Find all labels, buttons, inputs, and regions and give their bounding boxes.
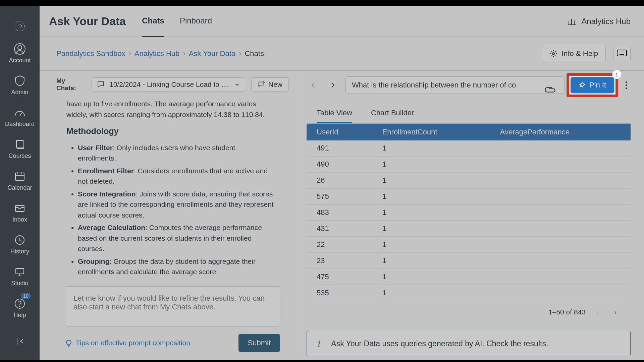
table-row[interactable]: 5351 xyxy=(307,285,631,301)
submit-button[interactable]: Submit xyxy=(238,334,280,352)
svg-rect-11 xyxy=(617,50,627,56)
chat-selector[interactable]: 10/2/2024 - Linking Course Load to Stud xyxy=(92,77,245,92)
pager-label: 1–50 of 843 xyxy=(548,308,586,316)
methodology-item: User Filter: Only includes users who hav… xyxy=(78,142,275,164)
crumb-link[interactable]: Ask Your Data xyxy=(189,49,235,58)
chat-panel: My Chats: 10/2/2024 - Linking Course Loa… xyxy=(40,71,297,360)
pin-it-button[interactable]: Pin It xyxy=(571,77,614,93)
tips-link[interactable]: Tips on effective prompt composition xyxy=(65,339,190,347)
methodology-item: Average Calculation: Computes the averag… xyxy=(78,222,275,254)
pin-it-wrapper: Pin It 1 xyxy=(571,77,614,93)
methodology-item: Sorting: Orders the result first by the … xyxy=(78,279,275,281)
bar-chart-icon xyxy=(567,16,577,26)
tab-pinboard[interactable]: Pinboard xyxy=(180,5,212,37)
table-row[interactable]: 4831 xyxy=(307,204,631,221)
crumb-current: Chats xyxy=(245,49,264,58)
svg-point-10 xyxy=(552,53,554,55)
pager-next[interactable]: › xyxy=(610,308,621,316)
chevron-down-icon xyxy=(234,81,240,87)
nav-label: Inbox xyxy=(12,216,27,223)
table-row[interactable]: 4901 xyxy=(307,156,631,172)
svg-point-0 xyxy=(18,24,21,28)
svg-rect-4 xyxy=(15,173,24,180)
lightbulb-icon xyxy=(65,339,72,347)
tab-chart-builder[interactable]: Chart Builder xyxy=(371,104,414,123)
results-panel: What is the relationship between the num… xyxy=(297,71,644,360)
nav-label: Dashboard xyxy=(5,121,35,128)
help-badge: 10 xyxy=(21,293,31,299)
header: Ask Your Data Chats Pinboard Analytics H… xyxy=(40,6,644,37)
mychats-label: My Chats: xyxy=(56,77,86,92)
methodology-item: Score Integration: Joins with score data… xyxy=(78,189,275,221)
results-table: UserIdEnrollmentCountAveragePerformance … xyxy=(307,124,631,301)
chat-response: have up to five enrollments. The average… xyxy=(56,99,289,280)
nav-admin[interactable]: Admin xyxy=(0,71,40,99)
keyboard-button[interactable] xyxy=(613,46,631,61)
logo[interactable] xyxy=(0,17,40,36)
nav-calendar[interactable]: Calendar xyxy=(0,167,40,195)
nav-dashboard[interactable]: Dashboard xyxy=(0,103,40,131)
svg-point-1 xyxy=(15,21,24,31)
nav-history[interactable]: History xyxy=(0,231,40,258)
pin-icon xyxy=(579,81,586,89)
table-row[interactable]: 4751 xyxy=(307,269,631,285)
keyboard-icon xyxy=(617,50,627,56)
page-title: Ask Your Data xyxy=(49,15,126,28)
more-options[interactable] xyxy=(622,78,631,93)
tab-table-view[interactable]: Table View xyxy=(317,104,352,123)
ai-disclaimer: i Ask Your Data uses queries generated b… xyxy=(307,331,631,356)
analytics-hub-link[interactable]: Analytics Hub xyxy=(567,16,631,26)
nav-label: Admin xyxy=(11,89,28,96)
info-help-button[interactable]: Info & Help xyxy=(542,45,606,62)
breadcrumb-row: Pandalytics Sandbox› Analytics Hub› Ask … xyxy=(40,37,644,71)
chevron-right-icon xyxy=(329,81,337,89)
nav-label: Calendar xyxy=(7,184,32,191)
nav-courses[interactable]: Courses xyxy=(0,135,40,163)
new-chat-button[interactable]: New xyxy=(251,77,289,92)
nav-label: Studio xyxy=(11,280,28,287)
methodology-item: Enrollment Filter: Considers enrollments… xyxy=(78,166,275,187)
nav-account[interactable]: Account xyxy=(0,40,40,67)
nav-label: Help xyxy=(13,312,26,319)
view-tabs: Table View Chart Builder xyxy=(307,104,631,124)
main: Ask Your Data Chats Pinboard Analytics H… xyxy=(40,6,644,360)
prompt-input[interactable]: Let me know if you would like to refine … xyxy=(65,286,280,326)
table-row[interactable]: 5751 xyxy=(307,188,631,204)
nav-label: History xyxy=(10,248,29,255)
pager: 1–50 of 843 ‹ › xyxy=(307,301,631,323)
nav-help[interactable]: 10 Help xyxy=(0,294,40,322)
nav-label: Account xyxy=(9,57,31,64)
chevron-left-icon xyxy=(309,81,317,89)
header-tabs: Chats Pinboard xyxy=(142,5,212,37)
nav-collapse[interactable] xyxy=(0,332,40,351)
col-header[interactable]: UserId xyxy=(307,124,372,140)
pin-count-badge: 1 xyxy=(612,70,622,79)
table-row[interactable]: 261 xyxy=(307,172,631,188)
table-row[interactable]: 221 xyxy=(307,237,631,253)
table-row[interactable]: 4311 xyxy=(307,221,631,237)
methodology-item: Grouping: Groups the data by student to … xyxy=(78,256,275,277)
breadcrumb: Pandalytics Sandbox› Analytics Hub› Ask … xyxy=(56,49,264,58)
methodology-heading: Methodology xyxy=(66,125,275,138)
col-header[interactable]: AveragePerformance xyxy=(490,124,631,140)
crumb-link[interactable]: Analytics Hub xyxy=(135,49,180,58)
nav-inbox[interactable]: Inbox xyxy=(0,199,40,227)
new-chat-icon xyxy=(258,81,265,88)
svg-point-3 xyxy=(18,46,22,50)
nav-label: Courses xyxy=(8,153,31,160)
query-input[interactable]: What is the relationship between the num… xyxy=(345,76,565,94)
table-row[interactable]: 4911 xyxy=(307,140,631,156)
prev-result[interactable] xyxy=(307,78,320,92)
svg-rect-7 xyxy=(16,268,24,274)
col-header[interactable]: EnrollmentCount xyxy=(372,124,490,140)
svg-point-9 xyxy=(19,306,20,307)
next-result[interactable] xyxy=(326,78,339,92)
crumb-link[interactable]: Pandalytics Sandbox xyxy=(56,49,125,58)
tab-chats[interactable]: Chats xyxy=(142,5,164,37)
nav-studio[interactable]: Studio xyxy=(0,262,40,290)
table-row[interactable]: 231 xyxy=(307,253,631,269)
info-icon: i xyxy=(318,338,320,349)
pager-prev[interactable]: ‹ xyxy=(593,308,603,316)
gear-icon xyxy=(549,50,557,58)
chat-icon xyxy=(97,80,105,88)
